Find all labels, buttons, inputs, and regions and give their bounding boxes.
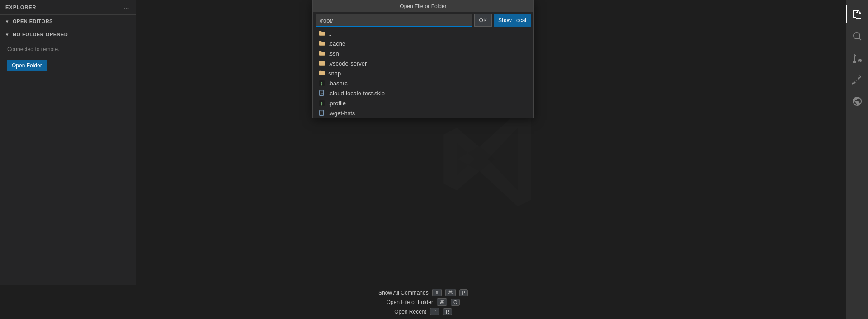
explorer-activity-icon[interactable]: [846, 4, 868, 25]
ok-button[interactable]: OK: [474, 14, 492, 27]
list-item[interactable]: .ssh: [313, 48, 533, 58]
list-item[interactable]: snap: [313, 68, 533, 78]
activity-bar: [846, 0, 868, 319]
file-name: .vscode-server: [328, 60, 367, 67]
dialog-overlay: Open File or Folder OK Show Local ...cac…: [0, 0, 846, 319]
file-name: .cache: [328, 40, 345, 47]
list-item[interactable]: $.bashrc: [313, 78, 533, 88]
list-item[interactable]: .cloud-locale-test.skip: [313, 88, 533, 98]
file-name: .ssh: [328, 50, 339, 57]
file-name: .profile: [328, 100, 346, 107]
extensions-activity-icon[interactable]: [846, 69, 868, 90]
file-path-input[interactable]: [316, 14, 472, 27]
list-item[interactable]: $.profile: [313, 98, 533, 108]
svg-point-0: [854, 33, 860, 39]
svg-line-1: [859, 38, 861, 40]
list-item[interactable]: ..: [313, 28, 533, 38]
source-control-activity-icon[interactable]: [846, 47, 868, 69]
search-activity-icon[interactable]: [846, 25, 868, 47]
file-name: snap: [328, 70, 341, 77]
list-item[interactable]: .cache: [313, 38, 533, 48]
file-name: .wget-hsts: [328, 110, 355, 117]
file-list: ...cache.ssh.vscode-serversnap$.bashrc.c…: [313, 28, 533, 118]
list-item[interactable]: .wget-hsts: [313, 108, 533, 118]
show-local-button[interactable]: Show Local: [494, 14, 531, 27]
list-item[interactable]: .vscode-server: [313, 58, 533, 68]
file-name: ..: [328, 30, 331, 37]
open-file-dialog: Open File or Folder OK Show Local ...cac…: [312, 0, 534, 118]
remote-explorer-activity-icon[interactable]: [846, 90, 868, 112]
file-name: .bashrc: [328, 80, 348, 87]
svg-text:$: $: [321, 81, 323, 86]
svg-text:$: $: [321, 101, 323, 106]
dialog-input-row: OK Show Local: [313, 12, 533, 28]
file-name: .cloud-locale-test.skip: [328, 90, 385, 97]
dialog-title: Open File or Folder: [313, 0, 533, 12]
